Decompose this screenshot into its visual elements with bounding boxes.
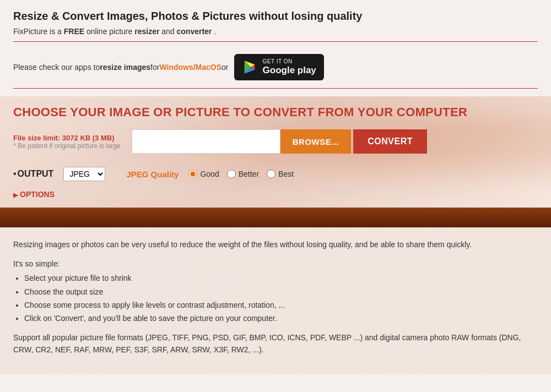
bottom-paragraph-3: Support all popular picture file formats…: [13, 331, 538, 356]
browse-button[interactable]: BROWSE...: [280, 129, 352, 154]
choose-title: CHOOSE YOUR IMAGE OR PICTURE TO CONVERT …: [13, 105, 538, 119]
top-divider: [13, 41, 538, 42]
quality-good-option[interactable]: Good: [188, 170, 219, 178]
subtitle-middle: online picture: [87, 27, 134, 36]
options-link[interactable]: OPTIONS: [13, 190, 55, 199]
subtitle-and: and: [161, 27, 176, 36]
bottom-list: Select your picture file to shrink Choos…: [24, 272, 538, 325]
google-play-icon: [242, 59, 257, 75]
subtitle-resizer: resizer: [134, 27, 159, 36]
quality-best-radio[interactable]: [267, 170, 276, 178]
subtitle-converter: converter: [177, 27, 212, 36]
file-patience: * Be patient if original picture is larg…: [13, 142, 121, 150]
bottom-paragraph-2-intro: It's so simple:: [13, 259, 60, 268]
bottom-divider: [13, 88, 538, 89]
apps-text-bold: resize images: [100, 63, 150, 72]
file-size-limit: File size limit: 3072 KB (3 MB): [13, 134, 121, 142]
subtitle: FixPicture is a FREE online picture resi…: [13, 27, 538, 36]
bottom-paragraph-1: Resizing images or photos can be very us…: [13, 238, 538, 251]
bottom-list-section: It's so simple: Select your picture file…: [13, 258, 538, 325]
options-row: OPTIONS: [13, 187, 538, 208]
top-section: Resize & Convert Images, Photos & Pictur…: [0, 0, 551, 89]
file-upload-row: File size limit: 3072 KB (3 MB) * Be pat…: [13, 129, 538, 154]
subtitle-prefix: FixPicture is a: [13, 27, 64, 36]
quality-best-label: Best: [278, 170, 294, 178]
apps-text-or: or: [222, 63, 228, 72]
jpeg-quality-label: JPEG Quality: [126, 170, 179, 179]
choose-section: CHOOSE YOUR IMAGE OR PICTURE TO CONVERT …: [0, 96, 551, 208]
list-item-4: Click on 'Convert', and you'll be able t…: [24, 312, 538, 324]
subtitle-end: .: [214, 27, 216, 36]
quality-good-radio[interactable]: [188, 170, 197, 178]
get-it-label: GET IT ON: [263, 58, 316, 65]
quality-better-radio[interactable]: [227, 170, 236, 178]
quality-better-option[interactable]: Better: [227, 170, 259, 178]
platforms-link[interactable]: Windows/MacOS: [159, 63, 222, 72]
quality-good-label: Good: [200, 170, 219, 178]
list-item-1: Select your picture file to shrink: [24, 272, 538, 284]
dark-bar: [0, 208, 551, 227]
google-play-label: Google play: [263, 65, 316, 76]
page-title: Resize & Convert Images, Photos & Pictur…: [13, 10, 538, 23]
apps-row: Please check our apps to resize images f…: [13, 50, 538, 88]
output-label: OUTPUT: [13, 169, 53, 179]
output-format-select[interactable]: JPEG PNG GIF BMP TIFF ICO WEBP PDF: [63, 167, 105, 181]
quality-radio-group: Good Better Best: [188, 170, 294, 178]
output-row: OUTPUT JPEG PNG GIF BMP TIFF ICO WEBP PD…: [13, 161, 538, 187]
google-play-button[interactable]: GET IT ON Google play: [234, 54, 324, 80]
quality-best-option[interactable]: Best: [267, 170, 294, 178]
file-input-box: [132, 129, 280, 154]
convert-button[interactable]: CONVERT: [353, 129, 427, 154]
subtitle-free: FREE: [64, 27, 84, 36]
list-item-3: Choose some process to apply like levels…: [24, 299, 538, 311]
list-item-2: Choose the output size: [24, 286, 538, 298]
file-info: File size limit: 3072 KB (3 MB) * Be pat…: [13, 134, 121, 150]
file-path-input[interactable]: [137, 138, 276, 146]
apps-text-middle: for: [150, 63, 159, 72]
google-play-text: GET IT ON Google play: [263, 58, 316, 76]
quality-better-label: Better: [239, 170, 259, 178]
bottom-section: Resizing images or photos can be very us…: [0, 227, 551, 373]
apps-text-prefix: Please check our apps to: [13, 63, 100, 72]
